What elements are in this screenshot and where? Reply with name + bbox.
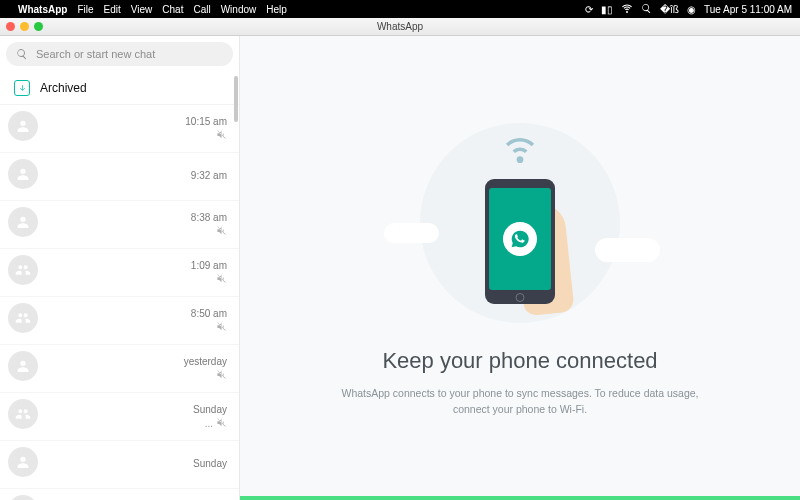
- chat-subline: [216, 369, 227, 382]
- chat-timestamp: 9:32 am: [191, 170, 227, 181]
- chat-list-item[interactable]: Saturday: [0, 489, 239, 500]
- window-traffic-lights: [6, 22, 43, 31]
- menu-view[interactable]: View: [131, 4, 153, 15]
- status-icon[interactable]: ⟳: [585, 4, 593, 15]
- archived-row[interactable]: Archived: [0, 72, 239, 105]
- chat-list[interactable]: 10:15 am9:32 am8:38 am1:09 am8:50 amyest…: [0, 105, 239, 500]
- muted-icon: [216, 417, 227, 430]
- chat-timestamp: 8:50 am: [191, 308, 227, 319]
- search-input[interactable]: Search or start new chat: [6, 42, 233, 66]
- menu-window[interactable]: Window: [221, 4, 257, 15]
- window-title: WhatsApp: [0, 21, 800, 32]
- menu-file[interactable]: File: [77, 4, 93, 15]
- chat-list-item[interactable]: Sunday...: [0, 393, 239, 441]
- macos-menubar: WhatsApp File Edit View Chat Call Window…: [0, 0, 800, 18]
- welcome-description: WhatsApp connects to your phone to sync …: [330, 386, 710, 418]
- sidebar: Search or start new chat Archived 10:15 …: [0, 36, 240, 500]
- menubar-clock[interactable]: Tue Apr 5 11:00 AM: [704, 4, 792, 15]
- chat-timestamp: 8:38 am: [191, 212, 227, 223]
- welcome-accent-bar: [240, 496, 800, 500]
- chat-list-item[interactable]: 8:50 am: [0, 297, 239, 345]
- avatar: [8, 351, 38, 381]
- wifi-icon[interactable]: [621, 2, 633, 16]
- battery-icon[interactable]: ▮▯: [601, 4, 613, 15]
- menubar-status: ⟳ ▮▯ �îß ◉ Tue Apr 5 11:00 AM: [585, 2, 792, 16]
- window-close-button[interactable]: [6, 22, 15, 31]
- chat-subline: [216, 129, 227, 142]
- chat-list-item[interactable]: 8:38 am: [0, 201, 239, 249]
- chat-timestamp: Sunday: [193, 458, 227, 469]
- menu-chat[interactable]: Chat: [162, 4, 183, 15]
- welcome-headline: Keep your phone connected: [382, 348, 657, 374]
- chat-list-item[interactable]: 1:09 am: [0, 249, 239, 297]
- avatar: [8, 447, 38, 477]
- menu-call[interactable]: Call: [193, 4, 210, 15]
- chat-list-item[interactable]: 9:32 am: [0, 153, 239, 201]
- muted-icon: [216, 369, 227, 382]
- chat-timestamp: yesterday: [184, 356, 227, 367]
- menu-edit[interactable]: Edit: [104, 4, 121, 15]
- chat-list-item[interactable]: 10:15 am: [0, 105, 239, 153]
- avatar: [8, 111, 38, 141]
- search-icon[interactable]: [641, 3, 652, 16]
- avatar: [8, 159, 38, 189]
- siri-icon[interactable]: ◉: [687, 4, 696, 15]
- muted-icon: [216, 225, 227, 238]
- window-minimize-button[interactable]: [20, 22, 29, 31]
- chat-subline: [216, 321, 227, 334]
- avatar: [8, 495, 38, 500]
- archive-icon: [14, 80, 30, 96]
- muted-icon: [216, 273, 227, 286]
- avatar: [8, 207, 38, 237]
- search-icon: [16, 48, 28, 60]
- avatar: [8, 255, 38, 285]
- sidebar-scrollbar[interactable]: [234, 76, 238, 122]
- chat-list-item[interactable]: Sunday: [0, 441, 239, 489]
- muted-icon: [216, 129, 227, 142]
- menu-help[interactable]: Help: [266, 4, 287, 15]
- search-placeholder: Search or start new chat: [36, 48, 155, 60]
- chat-timestamp: Sunday: [193, 404, 227, 415]
- chat-timestamp: 10:15 am: [185, 116, 227, 127]
- wifi-illustration-icon: [490, 123, 550, 167]
- window-titlebar: WhatsApp: [0, 18, 800, 36]
- welcome-pane: Keep your phone connected WhatsApp conne…: [240, 36, 800, 500]
- chat-list-item[interactable]: yesterday: [0, 345, 239, 393]
- avatar: [8, 303, 38, 333]
- avatar: [8, 399, 38, 429]
- control-center-icon[interactable]: �îß: [660, 4, 679, 15]
- muted-icon: [216, 321, 227, 334]
- whatsapp-logo-icon: [503, 222, 537, 256]
- welcome-illustration: [390, 118, 650, 328]
- chat-subline: [216, 225, 227, 238]
- chat-subline: ...: [205, 417, 227, 430]
- chat-timestamp: 1:09 am: [191, 260, 227, 271]
- chat-subline: [216, 273, 227, 286]
- app-menu[interactable]: WhatsApp: [18, 4, 67, 15]
- phone-illustration: [485, 179, 555, 304]
- window-zoom-button[interactable]: [34, 22, 43, 31]
- archived-label: Archived: [40, 81, 87, 95]
